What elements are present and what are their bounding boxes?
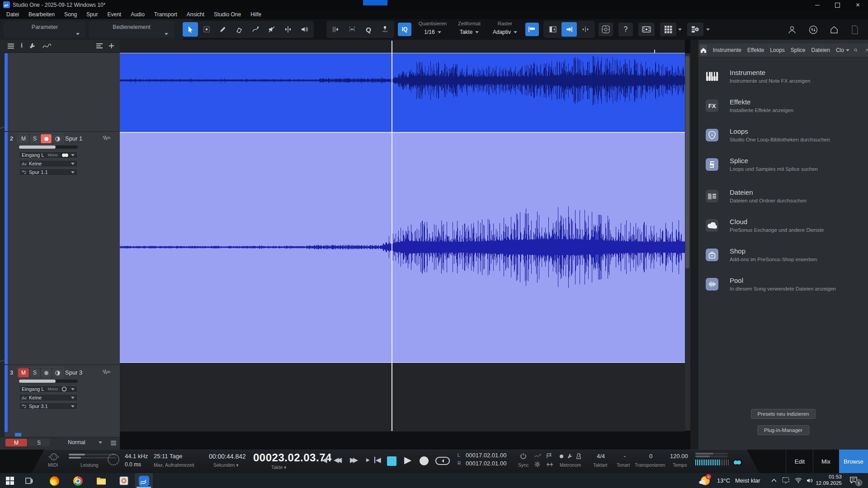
sync-label[interactable]: Sync xyxy=(518,462,528,468)
menu-item-spur[interactable]: Spur xyxy=(86,11,98,18)
audio-event-track2[interactable] xyxy=(120,133,685,362)
clock-time[interactable]: 01:53 xyxy=(819,474,842,479)
minimize-button[interactable] xyxy=(807,0,827,10)
record-arm-button[interactable] xyxy=(41,368,52,377)
menu-item-hilfe[interactable]: Hilfe xyxy=(250,11,261,18)
marker-flag-icon[interactable] xyxy=(546,453,552,459)
bend-marker-icon[interactable] xyxy=(377,22,392,37)
input-select[interactable]: Eingang L Mono xyxy=(19,385,78,393)
task-view-button[interactable] xyxy=(24,475,34,486)
zoom-in-icon[interactable]: + xyxy=(681,430,685,432)
rewind-button[interactable]: ◀◀ xyxy=(334,456,340,464)
timeformat-setting[interactable]: Zeitformat Takte xyxy=(453,21,486,35)
menu-item-transport[interactable]: Transport xyxy=(154,11,177,18)
close-button[interactable]: ✕ xyxy=(848,0,868,10)
add-track-icon[interactable] xyxy=(108,43,114,49)
browser-tab-dateien[interactable]: Dateien xyxy=(811,47,830,53)
scroll-right-icon[interactable]: ▶ xyxy=(627,431,631,432)
menu-item-ansicht[interactable]: Ansicht xyxy=(187,11,204,18)
bend-tool-button[interactable] xyxy=(248,22,263,37)
time-signature-value[interactable]: 4/4 xyxy=(597,453,605,460)
transient-nudge-icon[interactable] xyxy=(328,22,344,37)
loop-start-value[interactable]: 00017.02.01.00 xyxy=(466,452,506,459)
menu-item-studio-one[interactable]: Studio One xyxy=(214,11,241,18)
mute-button[interactable]: M xyxy=(18,368,29,377)
vscroll-thumb[interactable] xyxy=(685,56,689,268)
fast-forward-button[interactable]: ▶▶ xyxy=(350,456,356,464)
arrow-tool-button[interactable] xyxy=(183,22,198,37)
return-to-start-button[interactable]: ◀ xyxy=(374,456,381,464)
record-arm-button[interactable] xyxy=(41,134,52,143)
edit-view-button[interactable]: Edit xyxy=(787,450,813,473)
zoom-menu-icon[interactable]: ≡ xyxy=(675,430,679,432)
split-cursor-icon[interactable] xyxy=(578,22,593,37)
playhead-cursor[interactable] xyxy=(392,41,392,431)
document-icon[interactable] xyxy=(847,23,863,37)
punch-icon[interactable] xyxy=(546,462,553,467)
arrangement-view[interactable]: ◀ ▶ ≡ + xyxy=(120,40,685,432)
gear-icon[interactable] xyxy=(534,461,540,467)
quantize-icon[interactable]: Q xyxy=(361,22,376,37)
browser-home-tab[interactable] xyxy=(700,45,707,56)
browser-tab-splice[interactable]: Splice xyxy=(791,47,806,53)
chrome-icon[interactable] xyxy=(72,475,83,486)
secondary-time-format[interactable]: Sekunden ▾ xyxy=(213,462,239,468)
performance-label[interactable]: Leistung xyxy=(80,462,99,468)
clock-date[interactable]: 12.09.2025 xyxy=(812,480,842,486)
wifi-icon[interactable] xyxy=(795,478,802,483)
browser-tab-cloud[interactable]: Clo xyxy=(836,47,844,53)
browser-tab-effekte[interactable]: Effekte xyxy=(747,47,764,53)
menu-item-song[interactable]: Song xyxy=(64,11,77,18)
instrument-select[interactable]: Keine xyxy=(19,160,78,167)
pencil-tool-button[interactable] xyxy=(215,22,231,37)
quantize-setting[interactable]: Quantisieren 1/16 xyxy=(415,21,450,35)
monitor-button[interactable] xyxy=(52,134,63,143)
nudge-back-button[interactable]: ◀ xyxy=(322,456,327,464)
panel-left-icon[interactable] xyxy=(545,22,561,37)
bedienelement-dropdown[interactable]: Bedienelement xyxy=(89,21,175,38)
metronome-label[interactable]: Metronom xyxy=(560,462,581,468)
stop-button[interactable] xyxy=(387,456,396,466)
grid-view-button[interactable] xyxy=(660,23,676,36)
home-icon[interactable] xyxy=(826,23,842,37)
browser-tab-loops[interactable]: Loops xyxy=(770,47,785,53)
stereo-toggle-icon[interactable] xyxy=(61,153,70,158)
vertical-scrollbar[interactable] xyxy=(685,53,690,431)
audio-event-track1[interactable] xyxy=(120,53,685,132)
chevron-down-icon[interactable] xyxy=(678,28,682,31)
range-tool-button[interactable] xyxy=(199,22,214,37)
screen-cast-icon[interactable] xyxy=(782,477,789,483)
transpose-value[interactable]: 0 xyxy=(649,453,652,460)
track-name[interactable]: Spur 3 xyxy=(65,369,82,376)
volume-slider[interactable] xyxy=(19,145,78,149)
split-tool-button[interactable] xyxy=(280,22,296,37)
chevron-down-icon[interactable] xyxy=(846,49,849,52)
solo-button[interactable]: S xyxy=(29,134,40,143)
weather-desc[interactable]: Meist klar xyxy=(735,477,760,484)
tempo-value[interactable]: 120.00 xyxy=(670,453,688,460)
solo-button[interactable]: S xyxy=(29,368,40,377)
track-list-icon[interactable] xyxy=(96,43,103,49)
help-button[interactable]: ? xyxy=(618,23,633,36)
timeline-ruler[interactable] xyxy=(120,40,685,54)
automation-curve-icon[interactable] xyxy=(42,44,52,48)
record-button[interactable] xyxy=(420,456,429,465)
media-player-icon[interactable] xyxy=(118,475,129,486)
sync-power-icon[interactable] xyxy=(520,453,527,460)
record-panel-button[interactable] xyxy=(599,23,613,36)
stretch-icon[interactable] xyxy=(344,22,360,37)
exchange-icon[interactable] xyxy=(806,23,821,37)
listen-tool-button[interactable] xyxy=(297,22,312,37)
scroll-left-icon[interactable]: ◀ xyxy=(124,431,128,432)
monitor-button[interactable] xyxy=(52,368,63,377)
user-profile-icon[interactable] xyxy=(784,23,800,37)
volume-slider[interactable] xyxy=(19,380,78,383)
browse-view-button[interactable]: Browse xyxy=(839,450,868,473)
parameter-dropdown[interactable]: Parameter xyxy=(4,21,86,38)
play-from-button[interactable]: ▶ xyxy=(366,457,370,462)
play-button[interactable]: ▶ xyxy=(404,455,411,465)
menu-item-event[interactable]: Event xyxy=(107,11,121,18)
iq-quantize-button[interactable]: IQ xyxy=(398,23,411,36)
mono-toggle-icon[interactable] xyxy=(61,386,67,392)
inspector-icon[interactable]: i xyxy=(21,42,23,49)
